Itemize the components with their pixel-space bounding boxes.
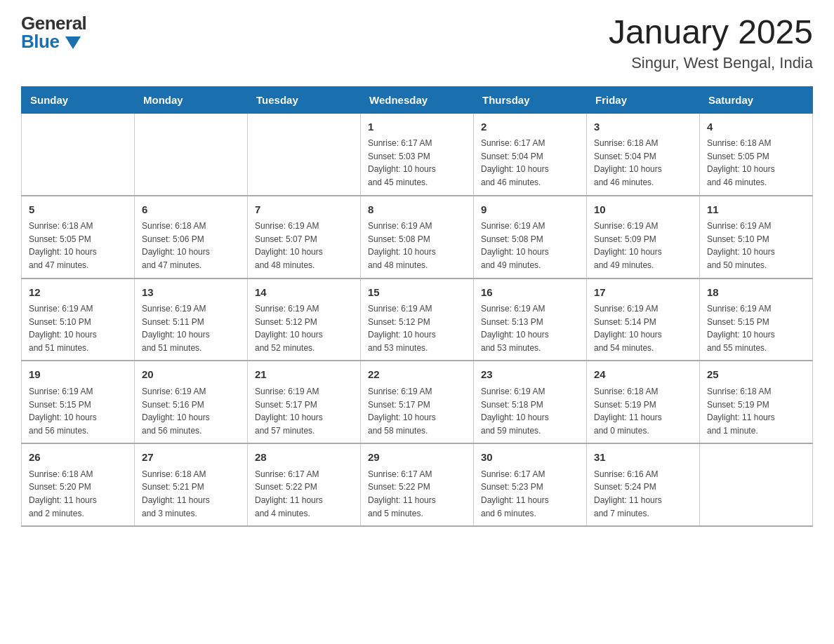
logo-arrow-icon bbox=[65, 36, 81, 49]
calendar-cell: 9Sunrise: 6:19 AMSunset: 5:08 PMDaylight… bbox=[474, 196, 587, 279]
calendar-cell: 28Sunrise: 6:17 AMSunset: 5:22 PMDayligh… bbox=[248, 443, 361, 526]
calendar-cell: 25Sunrise: 6:18 AMSunset: 5:19 PMDayligh… bbox=[700, 361, 813, 443]
calendar-header-cell: Tuesday bbox=[248, 86, 361, 113]
calendar-body: 1Sunrise: 6:17 AMSunset: 5:03 PMDaylight… bbox=[22, 113, 813, 526]
calendar-cell bbox=[22, 113, 135, 195]
calendar-cell: 30Sunrise: 6:17 AMSunset: 5:23 PMDayligh… bbox=[474, 443, 587, 526]
day-info: Sunrise: 6:19 AMSunset: 5:07 PMDaylight:… bbox=[255, 220, 353, 271]
day-info: Sunrise: 6:16 AMSunset: 5:24 PMDaylight:… bbox=[594, 468, 692, 520]
day-info: Sunrise: 6:17 AMSunset: 5:22 PMDaylight:… bbox=[368, 468, 466, 520]
day-number: 29 bbox=[368, 450, 466, 466]
day-number: 9 bbox=[481, 202, 579, 218]
title-block: January 2025 Singur, West Bengal, India bbox=[609, 14, 813, 72]
page-header: General Blue January 2025 Singur, West B… bbox=[21, 14, 813, 72]
calendar-cell bbox=[700, 443, 813, 526]
calendar-cell: 1Sunrise: 6:17 AMSunset: 5:03 PMDaylight… bbox=[361, 113, 474, 195]
logo-general-text: General bbox=[21, 14, 86, 32]
calendar-cell: 7Sunrise: 6:19 AMSunset: 5:07 PMDaylight… bbox=[248, 196, 361, 279]
calendar-cell: 18Sunrise: 6:19 AMSunset: 5:15 PMDayligh… bbox=[700, 279, 813, 361]
day-info: Sunrise: 6:19 AMSunset: 5:16 PMDaylight:… bbox=[142, 385, 240, 437]
day-number: 20 bbox=[142, 367, 240, 383]
day-info: Sunrise: 6:18 AMSunset: 5:04 PMDaylight:… bbox=[594, 137, 692, 189]
calendar-cell: 15Sunrise: 6:19 AMSunset: 5:12 PMDayligh… bbox=[361, 279, 474, 361]
logo: General Blue bbox=[21, 14, 86, 51]
day-number: 8 bbox=[368, 202, 466, 218]
calendar-cell: 3Sunrise: 6:18 AMSunset: 5:04 PMDaylight… bbox=[587, 113, 700, 195]
logo-blue-text: Blue bbox=[21, 32, 86, 51]
day-info: Sunrise: 6:17 AMSunset: 5:04 PMDaylight:… bbox=[481, 137, 579, 189]
calendar-cell: 14Sunrise: 6:19 AMSunset: 5:12 PMDayligh… bbox=[248, 279, 361, 361]
calendar-cell: 17Sunrise: 6:19 AMSunset: 5:14 PMDayligh… bbox=[587, 279, 700, 361]
day-number: 12 bbox=[29, 285, 127, 301]
day-info: Sunrise: 6:19 AMSunset: 5:09 PMDaylight:… bbox=[594, 220, 692, 271]
day-info: Sunrise: 6:19 AMSunset: 5:08 PMDaylight:… bbox=[368, 220, 466, 271]
day-info: Sunrise: 6:19 AMSunset: 5:17 PMDaylight:… bbox=[368, 385, 466, 437]
day-number: 23 bbox=[481, 367, 579, 383]
day-number: 24 bbox=[594, 367, 692, 383]
day-info: Sunrise: 6:19 AMSunset: 5:10 PMDaylight:… bbox=[29, 302, 127, 354]
calendar-header-cell: Monday bbox=[135, 86, 248, 113]
calendar-cell bbox=[248, 113, 361, 195]
day-number: 25 bbox=[707, 367, 805, 383]
calendar-cell: 6Sunrise: 6:18 AMSunset: 5:06 PMDaylight… bbox=[135, 196, 248, 279]
svg-marker-0 bbox=[65, 36, 81, 49]
day-number: 16 bbox=[481, 285, 579, 301]
day-info: Sunrise: 6:19 AMSunset: 5:14 PMDaylight:… bbox=[594, 302, 692, 354]
day-info: Sunrise: 6:18 AMSunset: 5:19 PMDaylight:… bbox=[707, 385, 805, 437]
calendar-cell: 22Sunrise: 6:19 AMSunset: 5:17 PMDayligh… bbox=[361, 361, 474, 443]
calendar-week-row: 19Sunrise: 6:19 AMSunset: 5:15 PMDayligh… bbox=[22, 361, 813, 443]
calendar-week-row: 12Sunrise: 6:19 AMSunset: 5:10 PMDayligh… bbox=[22, 279, 813, 361]
day-info: Sunrise: 6:19 AMSunset: 5:12 PMDaylight:… bbox=[368, 302, 466, 354]
day-info: Sunrise: 6:17 AMSunset: 5:23 PMDaylight:… bbox=[481, 468, 579, 520]
calendar-week-row: 1Sunrise: 6:17 AMSunset: 5:03 PMDaylight… bbox=[22, 113, 813, 195]
calendar-cell: 2Sunrise: 6:17 AMSunset: 5:04 PMDaylight… bbox=[474, 113, 587, 195]
day-info: Sunrise: 6:18 AMSunset: 5:05 PMDaylight:… bbox=[707, 137, 805, 189]
calendar-header-row: SundayMondayTuesdayWednesdayThursdayFrid… bbox=[22, 86, 813, 113]
calendar-cell: 26Sunrise: 6:18 AMSunset: 5:20 PMDayligh… bbox=[22, 443, 135, 526]
calendar-week-row: 5Sunrise: 6:18 AMSunset: 5:05 PMDaylight… bbox=[22, 196, 813, 279]
day-number: 15 bbox=[368, 285, 466, 301]
calendar-cell: 8Sunrise: 6:19 AMSunset: 5:08 PMDaylight… bbox=[361, 196, 474, 279]
day-info: Sunrise: 6:19 AMSunset: 5:08 PMDaylight:… bbox=[481, 220, 579, 271]
calendar-header-cell: Wednesday bbox=[361, 86, 474, 113]
day-number: 11 bbox=[707, 202, 805, 218]
day-info: Sunrise: 6:19 AMSunset: 5:17 PMDaylight:… bbox=[255, 385, 353, 437]
day-number: 22 bbox=[368, 367, 466, 383]
day-info: Sunrise: 6:19 AMSunset: 5:15 PMDaylight:… bbox=[29, 385, 127, 437]
calendar-header-cell: Saturday bbox=[700, 86, 813, 113]
day-number: 18 bbox=[707, 285, 805, 301]
calendar-cell: 4Sunrise: 6:18 AMSunset: 5:05 PMDaylight… bbox=[700, 113, 813, 195]
day-info: Sunrise: 6:19 AMSunset: 5:13 PMDaylight:… bbox=[481, 302, 579, 354]
main-title: January 2025 bbox=[609, 14, 813, 51]
day-number: 6 bbox=[142, 202, 240, 218]
day-info: Sunrise: 6:18 AMSunset: 5:21 PMDaylight:… bbox=[142, 468, 240, 520]
day-number: 13 bbox=[142, 285, 240, 301]
day-number: 17 bbox=[594, 285, 692, 301]
day-number: 28 bbox=[255, 450, 353, 466]
calendar-cell: 24Sunrise: 6:18 AMSunset: 5:19 PMDayligh… bbox=[587, 361, 700, 443]
calendar-cell bbox=[135, 113, 248, 195]
day-number: 5 bbox=[29, 202, 127, 218]
calendar-week-row: 26Sunrise: 6:18 AMSunset: 5:20 PMDayligh… bbox=[22, 443, 813, 526]
calendar-cell: 23Sunrise: 6:19 AMSunset: 5:18 PMDayligh… bbox=[474, 361, 587, 443]
day-number: 27 bbox=[142, 450, 240, 466]
calendar-cell: 29Sunrise: 6:17 AMSunset: 5:22 PMDayligh… bbox=[361, 443, 474, 526]
day-info: Sunrise: 6:18 AMSunset: 5:19 PMDaylight:… bbox=[594, 385, 692, 437]
calendar-cell: 11Sunrise: 6:19 AMSunset: 5:10 PMDayligh… bbox=[700, 196, 813, 279]
day-info: Sunrise: 6:19 AMSunset: 5:12 PMDaylight:… bbox=[255, 302, 353, 354]
calendar-header: SundayMondayTuesdayWednesdayThursdayFrid… bbox=[22, 86, 813, 113]
calendar-table: SundayMondayTuesdayWednesdayThursdayFrid… bbox=[21, 86, 813, 527]
day-info: Sunrise: 6:18 AMSunset: 5:05 PMDaylight:… bbox=[29, 220, 127, 271]
calendar-cell: 12Sunrise: 6:19 AMSunset: 5:10 PMDayligh… bbox=[22, 279, 135, 361]
calendar-cell: 27Sunrise: 6:18 AMSunset: 5:21 PMDayligh… bbox=[135, 443, 248, 526]
day-number: 2 bbox=[481, 119, 579, 135]
calendar-cell: 5Sunrise: 6:18 AMSunset: 5:05 PMDaylight… bbox=[22, 196, 135, 279]
day-number: 3 bbox=[594, 119, 692, 135]
calendar-cell: 21Sunrise: 6:19 AMSunset: 5:17 PMDayligh… bbox=[248, 361, 361, 443]
calendar-cell: 20Sunrise: 6:19 AMSunset: 5:16 PMDayligh… bbox=[135, 361, 248, 443]
day-number: 10 bbox=[594, 202, 692, 218]
day-number: 21 bbox=[255, 367, 353, 383]
day-number: 7 bbox=[255, 202, 353, 218]
day-info: Sunrise: 6:17 AMSunset: 5:03 PMDaylight:… bbox=[368, 137, 466, 189]
day-info: Sunrise: 6:18 AMSunset: 5:06 PMDaylight:… bbox=[142, 220, 240, 271]
